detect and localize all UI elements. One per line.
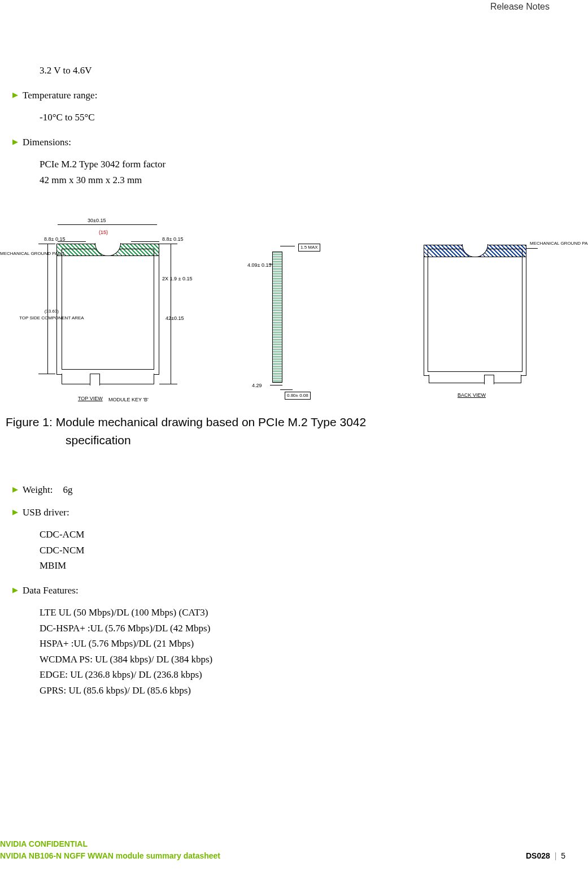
dim-right-88: 8.8± 0.15 [162,236,183,244]
weight-label: Weight: [23,483,53,497]
spec-temperature: ▶ Temperature range: [12,88,565,103]
label-mech-pad-2: MECHANICAL GROUND PAD 2 [530,240,588,247]
data-feature-2: DC-HSPA+ :UL (5.76 Mbps)/DL (42 Mbps) [40,621,565,636]
usb-driver-1: CDC-ACM [40,527,565,542]
dim-side-429: 4.29 [252,382,262,390]
dimensions-label: Dimensions: [23,135,71,150]
voltage-value: 3.2 V to 4.6V [40,63,565,78]
page-footer: NVIDIA CONFIDENTIAL NVIDIA NB106-N NGFF … [0,838,565,862]
footer-separator: | [555,851,557,860]
side-view-outline [272,252,282,383]
dim-height: 42±0.15 [165,315,184,323]
label-top-view: TOP VIEW [78,395,103,403]
bullet-icon: ▶ [12,505,18,519]
dimensions-line-2: 42 mm x 30 mm x 2.3 mm [40,173,565,188]
data-features-values: LTE UL (50 Mbps)/DL (100 Mbps) (CAT3) DC… [40,605,565,697]
dim-line [270,385,282,385]
dim-line [58,224,157,225]
spec-weight: ▶ Weight: 6g [12,483,565,497]
data-feature-5: EDGE: UL (236.8 kbps)/ DL (236.8 kbps) [40,668,565,682]
data-feature-4: WCDMA PS: UL (384 kbps)/ DL (384 kbps) [40,652,565,667]
header-section-label: Release Notes [490,0,550,14]
module-key-b-back [484,375,494,384]
dim-line [280,389,293,390]
bullet-icon: ▶ [12,483,18,496]
dim-comp-area: (33.63) TOP SIDE COMPONENT AREA [19,308,84,322]
footer-doc-title: NVIDIA NB106-N NGFF WWAN module summary … [0,850,220,862]
usb-driver-3: MBIM [40,558,565,573]
mechanical-drawing: 30±0.15 (15) 8.8± 0.15 8.8± 0.15 MECHANI… [6,215,582,408]
spec-data-features: ▶ Data Features: [12,583,565,598]
dim-fifteen: (15) [99,229,108,237]
dim-comp-area-2: TOP SIDE COMPONENT AREA [19,315,84,320]
dim-line [159,384,177,384]
usb-driver-values: CDC-ACM CDC-NCM MBIM [40,527,565,573]
data-feature-6: GPRS: UL (85.6 kbps)/ DL (85.6 kbps) [40,683,565,698]
page-content: 3.2 V to 4.6V ▶ Temperature range: -10°C… [0,63,588,708]
dim-width: 30±0.15 [88,217,106,225]
dim-left-88: 8.8± 0.15 [44,236,65,244]
footer-page-number: 5 [561,851,565,860]
figure-title: Module mechanical drawing based on PCIe … [56,415,366,428]
dim-line [280,246,295,246]
bullet-icon: ▶ [12,135,18,149]
usb-driver-2: CDC-NCM [40,543,565,558]
label-module-key: MODULE KEY 'B' [108,396,149,404]
footer-confidential: NVIDIA CONFIDENTIAL [0,838,565,850]
data-feature-1: LTE UL (50 Mbps)/DL (100 Mbps) (CAT3) [40,605,565,620]
temperature-value: -10°C to 55°C [40,110,565,125]
back-view-inner [428,249,522,372]
dimensions-value: PCIe M.2 Type 3042 form factor 42 mm x 3… [40,157,565,187]
figure-number: Figure 1: [6,415,53,428]
spec-usb-driver: ▶ USB driver: [12,505,565,520]
dim-line [159,244,177,244]
weight-value: 6g [63,483,72,497]
dim-side-409: 4.09± 0.15 [247,262,271,270]
edge-connector-back [429,375,521,383]
label-back-view: BACK VIEW [458,392,486,400]
footer-doc-id: DS028 [526,851,550,860]
dim-line [38,374,55,374]
bullet-icon: ▶ [12,583,18,597]
dim-line [171,244,171,384]
dim-line [131,241,159,242]
temperature-label: Temperature range: [23,88,97,103]
dim-line [38,244,55,244]
figure-title-cont: specification [66,431,565,449]
label-mech-pad-1: MECHANICAL GROUND PAD 1 [0,250,65,257]
footer-page-info: DS028 | 5 [526,850,565,862]
dim-side-15max: 1.5 MAX [298,244,320,252]
back-view-outline [424,245,526,376]
usb-driver-label: USB driver: [23,505,69,520]
dimensions-line-1: PCIe M.2 Type 3042 form factor [40,157,565,172]
bullet-icon: ▶ [12,88,18,102]
figure-caption: Figure 1: Module mechanical drawing base… [6,413,565,449]
spec-dimensions: ▶ Dimensions: [12,135,565,150]
dim-2x19: 2X 1.9 ± 0.15 [162,275,192,283]
dim-side-080: 0.80± 0.08 [285,392,311,400]
module-key-b [90,374,100,385]
data-features-label: Data Features: [23,583,79,598]
edge-connector [62,374,154,384]
data-feature-3: HSPA+ :UL (5.76 Mbps)/DL (21 Mbps) [40,636,565,651]
dim-comp-area-1: (33.63) [45,309,59,314]
